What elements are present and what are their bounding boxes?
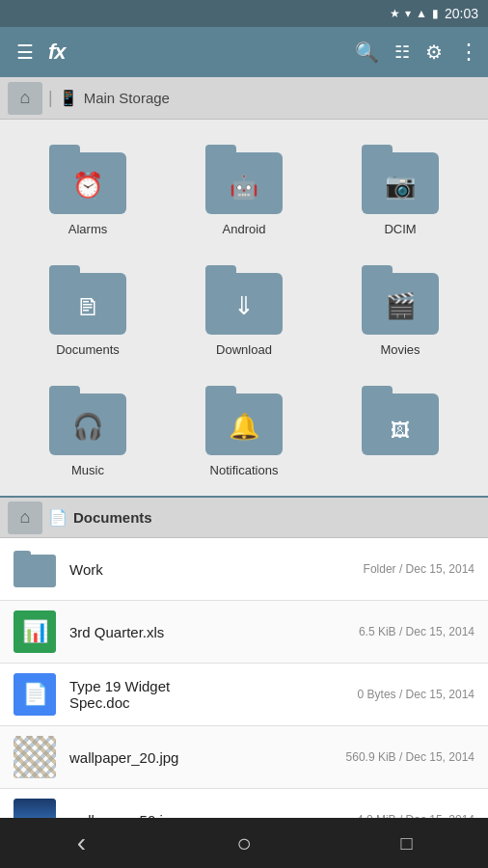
folder-label-notifications: Notifications xyxy=(210,463,279,477)
back-button[interactable]: ‹ xyxy=(52,827,110,858)
folder-icon-pictures: 🖼 xyxy=(362,386,439,455)
wallpaper20-preview xyxy=(14,736,56,778)
list-item[interactable]: wallpaper_20.jpg 560.9 KiB / Dec 15, 201… xyxy=(0,726,488,789)
file-thumb-img20 xyxy=(14,736,56,778)
folder-icon-notifications: 🔔 xyxy=(205,386,283,455)
file-info-xls: 3rd Quarter.xls xyxy=(69,624,345,640)
documents-panel-header: ⌂ 📄 Documents xyxy=(0,496,488,538)
file-meta-doc: 0 Bytes / Dec 15, 2014 xyxy=(358,688,474,701)
document-icon: 🖹 xyxy=(76,294,99,321)
folder-pictures[interactable]: 🖼 xyxy=(322,370,478,491)
file-info-work: Work xyxy=(69,561,350,578)
android-icon: 🤖 xyxy=(230,174,258,201)
wallpaper20-thumb xyxy=(14,736,56,778)
doc-icon: 📄 xyxy=(14,673,56,716)
recent-apps-button[interactable]: □ xyxy=(378,832,436,854)
file-list: Work Folder / Dec 15, 2014 📊 3rd Quarter… xyxy=(0,538,488,852)
toolbar: ☰ fx 🔍 ☷ ⚙ ⋮ xyxy=(0,27,488,77)
location-bar: ⌂ | 📱 Main Storage xyxy=(0,77,488,120)
status-icons: ★ ▾ ▲ ▮ xyxy=(390,7,439,20)
file-name-doc: Type 19 Widget Spec.doc xyxy=(69,678,344,711)
status-bar: ★ ▾ ▲ ▮ 20:03 xyxy=(0,0,488,27)
file-meta-work: Folder / Dec 15, 2014 xyxy=(364,562,474,576)
status-time: 20:03 xyxy=(445,6,478,21)
wifi-icon: ▾ xyxy=(405,7,411,20)
file-thumb-work xyxy=(14,548,56,590)
pictures-icon: 🖼 xyxy=(391,420,410,442)
filter-icon[interactable]: ☷ xyxy=(394,41,410,63)
camera-icon: 📷 xyxy=(385,171,416,201)
file-name-xls: 3rd Quarter.xls xyxy=(69,624,345,640)
documents-panel-label: Documents xyxy=(73,509,152,526)
folder-label-music: Music xyxy=(71,463,104,477)
folder-icon-dcim: 📷 xyxy=(362,145,439,214)
folder-movies[interactable]: 🎬 Movies xyxy=(322,250,478,370)
list-item[interactable]: 📄 Type 19 Widget Spec.doc 0 Bytes / Dec … xyxy=(0,664,488,726)
alarms-icon: ⏰ xyxy=(72,171,103,201)
spreadsheet-icon: 📊 xyxy=(22,619,48,644)
home-button[interactable]: ○ xyxy=(215,828,273,858)
home-icon: ⌂ xyxy=(20,88,31,108)
file-meta-xls: 6.5 KiB / Dec 15, 2014 xyxy=(359,625,474,638)
folder-grid: ⏰ Alarms 🤖 Android 📷 DCIM xyxy=(0,129,488,491)
battery-icon: ▮ xyxy=(432,7,439,20)
folder-android[interactable]: 🤖 Android xyxy=(166,129,322,250)
folder-label-android: Android xyxy=(223,222,266,236)
folder-icon-movies: 🎬 xyxy=(362,265,439,335)
file-info-doc: Type 19 Widget Spec.doc xyxy=(69,678,344,711)
folder-alarms[interactable]: ⏰ Alarms xyxy=(10,129,166,250)
file-name-img20: wallpaper_20.jpg xyxy=(69,749,333,766)
folder-icon-documents: 🖹 xyxy=(49,265,126,335)
folder-thumb-work xyxy=(14,551,56,587)
device-icon: 📱 xyxy=(59,89,78,107)
signal-icon: ▲ xyxy=(416,7,427,20)
file-name-work: Work xyxy=(69,561,350,578)
movies-icon: 🎬 xyxy=(385,291,416,321)
folder-label-alarms: Alarms xyxy=(68,222,107,236)
xls-icon: 📊 xyxy=(14,610,56,653)
home-icon: ⌂ xyxy=(20,507,31,528)
bottom-nav: ‹ ○ □ xyxy=(0,818,488,868)
file-meta-img20: 560.9 KiB / Dec 15, 2014 xyxy=(346,750,474,764)
folder-icon-download: ⇓ xyxy=(205,265,283,335)
list-item[interactable]: 📊 3rd Quarter.xls 6.5 KiB / Dec 15, 2014 xyxy=(0,601,488,664)
documents-panel-icon: 📄 xyxy=(48,508,68,527)
file-thumb-doc: 📄 xyxy=(14,673,56,716)
file-thumb-xls: 📊 xyxy=(14,610,56,653)
file-info-img20: wallpaper_20.jpg xyxy=(69,749,333,766)
main-grid: ⏰ Alarms 🤖 Android 📷 DCIM xyxy=(0,120,488,496)
download-icon: ⇓ xyxy=(233,291,255,321)
search-icon[interactable]: 🔍 xyxy=(355,41,379,64)
menu-icon[interactable]: ☰ xyxy=(10,41,41,64)
folder-label-dcim: DCIM xyxy=(384,222,416,236)
location-path: Main Storage xyxy=(84,90,170,106)
folder-icon-alarms: ⏰ xyxy=(49,145,126,214)
folder-label-documents: Documents xyxy=(56,342,120,357)
folder-dcim[interactable]: 📷 DCIM xyxy=(322,129,478,250)
folder-icon-android: 🤖 xyxy=(205,145,283,214)
folder-shape-small xyxy=(14,555,56,587)
bluetooth-icon: ★ xyxy=(390,7,400,20)
folder-music[interactable]: 🎧 Music xyxy=(10,370,166,491)
notifications-icon: 🔔 xyxy=(229,412,259,442)
folder-label-download: Download xyxy=(216,342,272,357)
list-item[interactable]: Work Folder / Dec 15, 2014 xyxy=(0,538,488,601)
folder-download[interactable]: ⇓ Download xyxy=(166,250,322,370)
document-icon: 📄 xyxy=(22,682,48,707)
home-button[interactable]: ⌂ xyxy=(8,82,42,115)
documents-panel-home-button[interactable]: ⌂ xyxy=(8,502,42,534)
folder-icon-music: 🎧 xyxy=(49,386,126,455)
settings-icon[interactable]: ⚙ xyxy=(425,41,443,64)
folder-label-movies: Movies xyxy=(380,342,420,357)
more-icon[interactable]: ⋮ xyxy=(458,40,478,65)
folder-notifications[interactable]: 🔔 Notifications xyxy=(166,370,322,491)
music-icon: 🎧 xyxy=(72,412,103,442)
location-separator: | xyxy=(48,88,53,108)
app-logo: fx xyxy=(48,40,347,65)
folder-documents[interactable]: 🖹 Documents xyxy=(10,250,166,370)
toolbar-actions: 🔍 ☷ ⚙ ⋮ xyxy=(355,40,478,65)
